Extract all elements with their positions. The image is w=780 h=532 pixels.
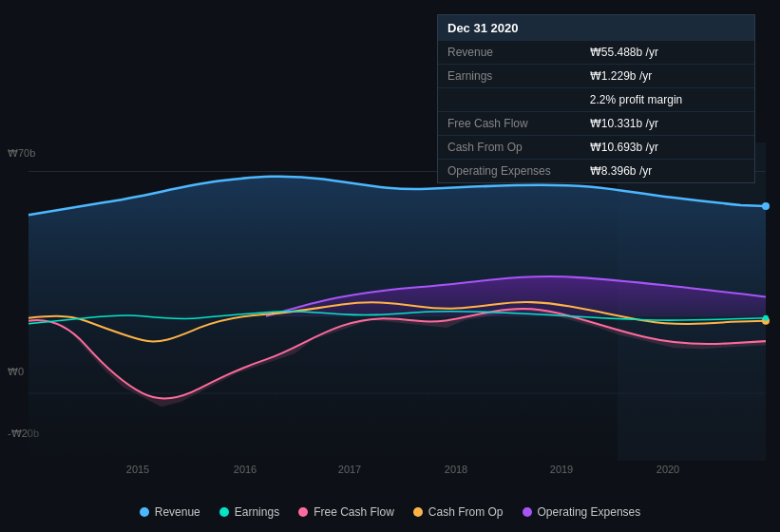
tooltip-value-profit: 2.2% profit margin	[580, 88, 754, 112]
tooltip-label-opex: Operating Expenses	[438, 160, 580, 183]
legend-cashfromop[interactable]: Cash From Op	[413, 505, 504, 519]
legend-fcf[interactable]: Free Cash Flow	[298, 505, 394, 519]
chart-svg	[29, 142, 766, 461]
tooltip-value-cashfromop: ₩10.693b /yr	[580, 136, 754, 160]
tooltip-row-profit: 2.2% profit margin	[438, 88, 754, 112]
x-label-2020: 2020	[656, 464, 679, 475]
tooltip-value-revenue: ₩55.488b /yr	[580, 41, 754, 65]
tooltip-label-cashfromop: Cash From Op	[438, 136, 580, 160]
tooltip-row-revenue: Revenue ₩55.488b /yr	[438, 41, 754, 65]
legend-label-revenue: Revenue	[155, 505, 200, 519]
legend: Revenue Earnings Free Cash Flow Cash Fro…	[0, 505, 780, 519]
legend-opex[interactable]: Operating Expenses	[523, 505, 641, 519]
legend-label-fcf: Free Cash Flow	[314, 505, 394, 519]
legend-label-opex: Operating Expenses	[538, 505, 641, 519]
tooltip-row-opex: Operating Expenses ₩8.396b /yr	[438, 160, 754, 183]
tooltip-label-earnings: Earnings	[438, 65, 580, 88]
tooltip-table: Revenue ₩55.488b /yr Earnings ₩1.229b /y…	[438, 41, 754, 182]
revenue-dot	[762, 202, 770, 210]
tooltip-title: Dec 31 2020	[438, 15, 754, 41]
legend-label-cashfromop: Cash From Op	[428, 505, 504, 519]
chart-area	[29, 142, 766, 461]
x-label-2017: 2017	[338, 464, 361, 475]
earnings-dot	[763, 315, 769, 321]
legend-dot-fcf	[298, 507, 308, 517]
tooltip-box: Dec 31 2020 Revenue ₩55.488b /yr Earning…	[437, 14, 755, 183]
legend-dot-revenue	[140, 507, 149, 517]
tooltip-value-fcf: ₩10.331b /yr	[580, 112, 754, 136]
tooltip-row-earnings: Earnings ₩1.229b /yr	[438, 65, 754, 88]
legend-dot-opex	[523, 507, 532, 517]
tooltip-label-profit	[438, 88, 580, 112]
legend-revenue[interactable]: Revenue	[140, 505, 200, 519]
legend-label-earnings: Earnings	[235, 505, 279, 519]
tooltip-row-cashfromop: Cash From Op ₩10.693b /yr	[438, 136, 754, 160]
x-label-2015: 2015	[126, 464, 149, 475]
x-label-2019: 2019	[550, 464, 573, 475]
legend-dot-cashfromop	[413, 507, 423, 517]
x-label-2018: 2018	[445, 464, 467, 475]
x-label-2016: 2016	[234, 464, 257, 475]
tooltip-label-fcf: Free Cash Flow	[438, 112, 580, 136]
tooltip-label-revenue: Revenue	[438, 41, 580, 65]
tooltip-value-opex: ₩8.396b /yr	[580, 160, 754, 183]
tooltip-row-fcf: Free Cash Flow ₩10.331b /yr	[438, 112, 754, 136]
legend-earnings[interactable]: Earnings	[219, 505, 279, 519]
tooltip-value-earnings: ₩1.229b /yr	[580, 65, 754, 88]
legend-dot-earnings	[219, 507, 229, 517]
y-label-0: ₩0	[8, 366, 24, 378]
chart-container: Dec 31 2020 Revenue ₩55.488b /yr Earning…	[0, 0, 780, 532]
